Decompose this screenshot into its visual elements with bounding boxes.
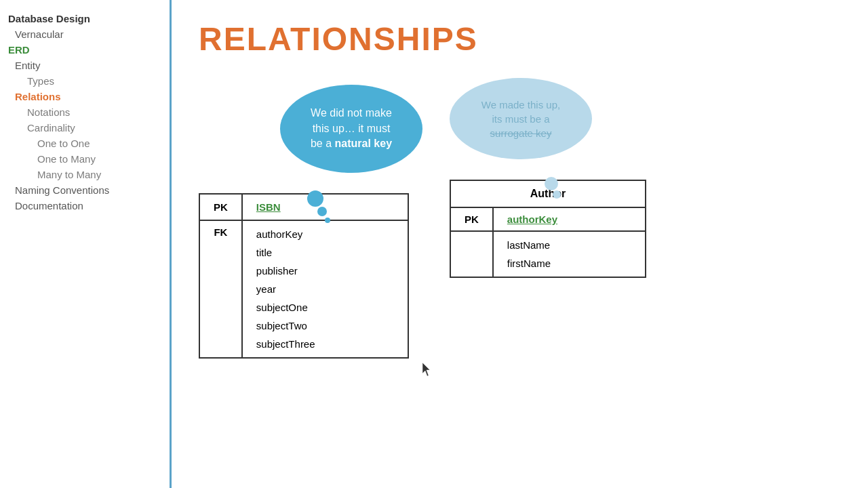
sidebar-item-relations[interactable]: Relations [0, 89, 170, 104]
author-pk-label: PK [450, 207, 493, 231]
author-table-container: We made this up,its must be asurrogate k… [450, 78, 646, 278]
bubble-tail-3 [325, 218, 330, 223]
sidebar-item-erd[interactable]: ERD [0, 42, 170, 58]
surrogate-tail-2 [553, 190, 561, 199]
book-pk-label: PK [199, 194, 242, 220]
book-data-row: FK authorKey title publisher year subjec… [199, 220, 408, 358]
natural-key-bubble: We did not makethis up… it mustbe a natu… [280, 85, 422, 173]
sidebar-item-vernacular[interactable]: Vernacular [0, 26, 170, 42]
field-authorkey: authorKey [256, 225, 394, 243]
book-table-header: PK ISBN [199, 194, 408, 220]
content-area: We did not makethis up… it mustbe a natu… [199, 78, 841, 359]
bubble-surrogate-text: We made this up,its must be asurrogate k… [481, 98, 560, 140]
field-publisher: publisher [256, 262, 394, 280]
field-subjectthree: subjectThree [256, 335, 394, 353]
author-pk-row: PK authorKey [450, 207, 646, 231]
sidebar-item-many-to-many[interactable]: Many to Many [0, 167, 170, 182]
sidebar-item-documentation[interactable]: Documentation [0, 198, 170, 214]
book-table: PK ISBN FK authorKey title publisher yea… [199, 193, 409, 359]
bubble-tail-1 [307, 190, 323, 207]
field-title: title [256, 243, 394, 262]
book-isbn-label: ISBN [242, 194, 408, 220]
book-table-container: We did not makethis up… it mustbe a natu… [199, 92, 409, 359]
sidebar-item-types[interactable]: Types [0, 73, 170, 89]
surrogate-key-strikethrough: surrogate key [490, 127, 552, 139]
field-firstname: firstName [507, 254, 631, 272]
surrogate-tail-1 [545, 177, 558, 190]
field-subjecttwo: subjectTwo [256, 317, 394, 335]
sidebar-item-database-design[interactable]: Database Design [0, 11, 170, 26]
natural-key-bold: natural key [335, 138, 392, 149]
surrogate-key-bubble: We made this up,its must be asurrogate k… [450, 78, 592, 159]
sidebar-item-entity[interactable]: Entity [0, 58, 170, 73]
mouse-cursor [422, 363, 433, 378]
main-content: RELATIONSHIPS We did not makethis up… it… [172, 0, 868, 488]
page-title: RELATIONSHIPS [199, 20, 841, 58]
author-table: Author PK authorKey lastName firstName [450, 180, 646, 278]
book-fields: authorKey title publisher year subjectOn… [242, 220, 408, 358]
bubble-tail-2 [317, 207, 327, 216]
field-lastname: lastName [507, 236, 631, 254]
sidebar-item-one-to-one[interactable]: One to One [0, 136, 170, 151]
author-name-fields: lastName firstName [493, 231, 646, 277]
field-subjectone: subjectOne [256, 298, 394, 317]
book-fk-label: FK [199, 220, 242, 358]
sidebar-item-naming-conventions[interactable]: Naming Conventions [0, 182, 170, 198]
sidebar-item-cardinality[interactable]: Cardinality [0, 120, 170, 136]
sidebar: Database Design Vernacular ERD Entity Ty… [0, 0, 172, 488]
author-pk-field: authorKey [493, 207, 646, 231]
bubble-natural-text: We did not makethis up… it mustbe a natu… [311, 106, 392, 151]
sidebar-item-notations[interactable]: Notations [0, 104, 170, 120]
author-empty-pk [450, 231, 493, 277]
sidebar-item-one-to-many[interactable]: One to Many [0, 151, 170, 167]
author-data-row: lastName firstName [450, 231, 646, 277]
field-year: year [256, 280, 394, 298]
